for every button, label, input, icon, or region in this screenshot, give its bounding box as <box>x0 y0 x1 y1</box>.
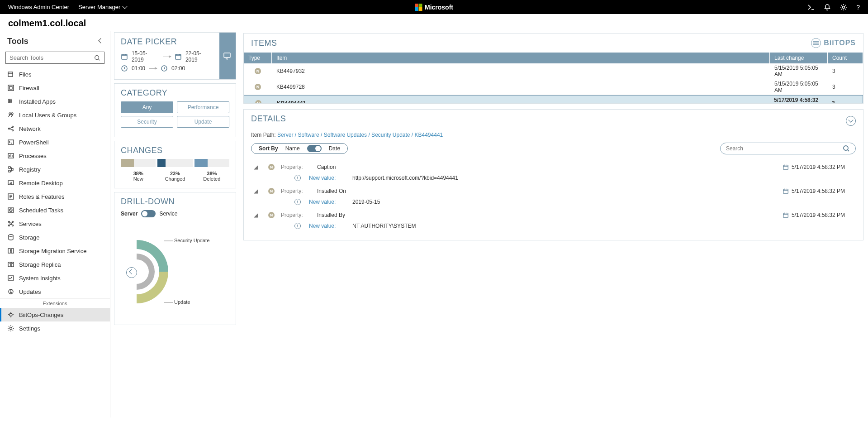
sidebar-item-label: Storage Migration Service <box>19 248 87 254</box>
property-header-row[interactable]: ◢NProperty:Installed By5/17/2019 4:58:32… <box>251 209 856 221</box>
sidebar-item-registry[interactable]: Registry <box>0 163 110 176</box>
sidebar-item-processes[interactable]: Processes <box>0 149 110 163</box>
date-picker-apply-button[interactable] <box>219 33 236 79</box>
col-count[interactable]: Count <box>828 53 863 63</box>
items-table-row[interactable]: NKB44979325/15/2019 5:05:05 AM3 <box>244 63 863 79</box>
sort-name-option[interactable]: Name <box>285 145 300 152</box>
server-manager-dropdown[interactable]: Server Manager <box>78 4 127 10</box>
sidebar-item-label: System Insights <box>19 275 61 282</box>
calendar-icon <box>783 188 789 194</box>
svg-point-21 <box>12 221 14 223</box>
sidebar-item-files[interactable]: Files <box>0 67 110 81</box>
sidebar-item-local-users-groups[interactable]: Local Users & Groups <box>0 108 110 122</box>
property-label: Property: <box>281 164 311 170</box>
to-time[interactable]: 02:00 <box>171 65 185 72</box>
item-path-value[interactable]: Server / Software / Software Updates / S… <box>277 132 443 138</box>
sidebar-item-system-insights[interactable]: System Insights <box>0 271 110 285</box>
to-date[interactable]: 22-05-2019 <box>185 50 213 63</box>
tools-heading: Tools <box>7 37 28 46</box>
new-value-label: New value: <box>309 175 344 181</box>
notification-bell-icon[interactable] <box>824 4 831 11</box>
tool-icon <box>7 71 14 78</box>
calendar-icon <box>783 212 789 218</box>
donut-inner-segment <box>137 272 155 290</box>
sidebar-item-storage-replica[interactable]: Storage Replica <box>0 258 110 271</box>
sidebar-item-storage[interactable]: Storage <box>0 230 110 244</box>
details-search[interactable] <box>720 143 856 154</box>
details-collapse-button[interactable] <box>846 116 856 126</box>
tools-search[interactable] <box>5 52 104 64</box>
svg-rect-34 <box>175 54 181 59</box>
svg-rect-27 <box>8 262 10 267</box>
tool-icon <box>7 111 14 119</box>
sidebar-item-network[interactable]: Network <box>0 122 110 135</box>
category-update-button[interactable]: Update <box>177 116 229 128</box>
drilldown-donut[interactable]: Security Update Update <box>121 226 229 318</box>
svg-rect-13 <box>9 170 10 172</box>
sidebar-item-settings[interactable]: Settings <box>0 321 110 335</box>
sidebar-item-label: Storage <box>19 234 40 241</box>
property-timestamp: 5/17/2019 4:58:32 PM <box>783 188 845 194</box>
sidebar-item-powershell[interactable]: PowerShell <box>0 135 110 149</box>
sidebar-item-firewall[interactable]: Firewall <box>0 81 110 95</box>
svg-point-0 <box>843 6 845 8</box>
col-last-change[interactable]: Last change <box>770 53 828 63</box>
console-icon[interactable] <box>807 4 815 11</box>
drill-toggle-switch[interactable] <box>141 210 156 217</box>
svg-rect-33 <box>122 54 127 59</box>
items-table-row[interactable]: NKB44997285/15/2019 5:05:05 AM3 <box>244 79 863 95</box>
changes-card: CHANGES 38%New 23%Changed 38%Deleted <box>114 141 236 188</box>
collapse-tools-icon[interactable] <box>98 38 103 43</box>
svg-rect-4 <box>9 86 12 89</box>
sidebar-item-updates[interactable]: Updates <box>0 285 110 298</box>
svg-point-5 <box>9 113 11 115</box>
from-date[interactable]: 15-05-2019 <box>132 50 159 63</box>
items-table-header: Type Item Last change Count <box>244 53 863 63</box>
menu-icon[interactable] <box>811 38 821 48</box>
search-icon <box>843 145 850 152</box>
donut-label-security-update: Security Update <box>174 238 209 243</box>
col-item[interactable]: Item <box>272 53 770 63</box>
items-table-row[interactable]: NKB44944415/17/2019 4:58:32 PM3 <box>244 95 863 103</box>
category-performance-button[interactable]: Performance <box>177 101 229 113</box>
sort-toggle[interactable] <box>307 145 322 152</box>
property-header-row[interactable]: ◢NProperty:Installed On5/17/2019 4:58:32… <box>251 185 856 197</box>
tool-icon <box>7 98 14 105</box>
sidebar-item-label: Processes <box>19 153 47 159</box>
new-value-label: New value: <box>309 223 344 229</box>
col-type[interactable]: Type <box>244 53 272 63</box>
calendar-icon <box>175 53 182 60</box>
sidebar-item-label: Settings <box>19 325 40 332</box>
category-any-button[interactable]: Any <box>121 101 173 113</box>
settings-gear-icon[interactable] <box>840 4 847 11</box>
sidebar-item-label: PowerShell <box>19 139 49 146</box>
sidebar-item-installed-apps[interactable]: Installed Apps <box>0 95 110 108</box>
new-badge-icon: N <box>268 188 275 194</box>
from-time[interactable]: 01:00 <box>132 65 145 72</box>
category-security-button[interactable]: Security <box>121 116 173 128</box>
tool-icon <box>7 84 14 91</box>
details-search-input[interactable] <box>726 145 843 152</box>
sidebar-item-remote-desktop[interactable]: Remote Desktop <box>0 176 110 190</box>
arrow-right-icon <box>149 68 157 69</box>
donut-inner-segment <box>137 254 155 272</box>
info-icon: ! <box>294 175 301 181</box>
sidebar-item-roles-features[interactable]: Roles & Features <box>0 190 110 203</box>
sidebar-item-scheduled-tasks[interactable]: Scheduled Tasks <box>0 203 110 217</box>
drill-back-button[interactable] <box>126 267 137 278</box>
arrow-right-icon <box>163 57 171 57</box>
property-header-row[interactable]: ◢NProperty:Caption5/17/2019 4:58:32 PM <box>251 161 856 173</box>
sort-date-option[interactable]: Date <box>329 145 340 152</box>
help-icon[interactable]: ? <box>856 4 860 11</box>
sidebar-item-biitops-changes[interactable]: BiitOps-Changes <box>0 308 110 321</box>
svg-rect-26 <box>11 249 14 253</box>
changes-changed-pct: 23% <box>157 171 192 176</box>
tools-search-input[interactable] <box>9 54 94 61</box>
property-value-row: !New value:2019-05-15 <box>251 197 856 209</box>
drill-toggle-server[interactable]: Server <box>121 211 138 217</box>
sidebar-item-services[interactable]: Services <box>0 217 110 230</box>
sidebar-item-storage-migration-service[interactable]: Storage Migration Service <box>0 244 110 258</box>
wac-title[interactable]: Windows Admin Center <box>8 4 69 10</box>
extensions-divider: Extensions <box>0 298 110 308</box>
drill-toggle-service[interactable]: Service <box>159 211 177 217</box>
